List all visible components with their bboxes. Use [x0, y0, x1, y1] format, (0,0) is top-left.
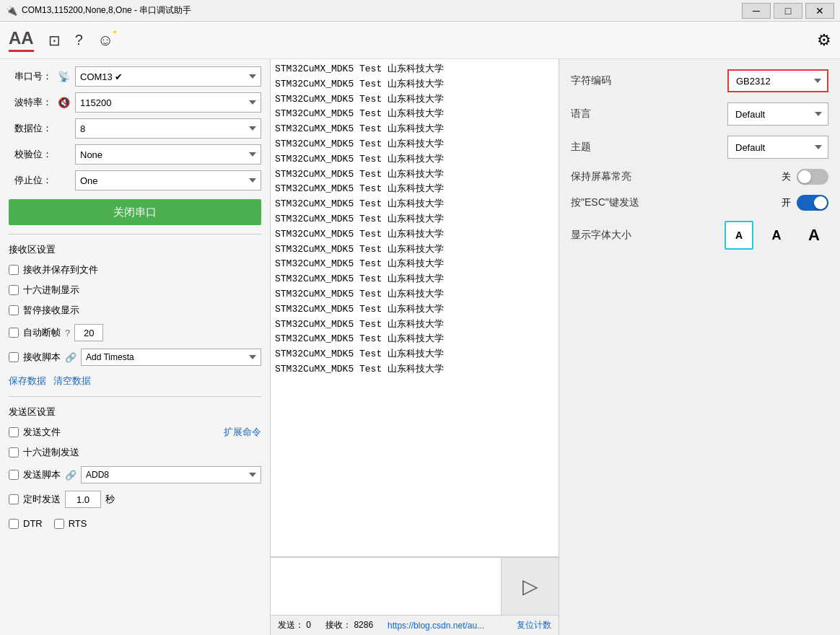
baudrate-select[interactable]: 115200 — [75, 92, 261, 113]
close-port-button[interactable]: 关闭串口 — [9, 199, 261, 225]
receive-script-select[interactable]: Add Timesta — [81, 349, 261, 366]
char-encoding-row: 字符编码 GB2312 UTF-8 — [571, 69, 828, 92]
timed-send-value-input[interactable] — [65, 491, 101, 508]
receive-line: STM32CuMX_MDK5 Test 山东科技大学 — [275, 212, 554, 227]
baudrate-icon: 🔇 — [56, 95, 71, 110]
receive-line: STM32CuMX_MDK5 Test 山东科技大学 — [275, 167, 554, 183]
receive-line: STM32CuMX_MDK5 Test 山东科技大学 — [275, 227, 554, 242]
receive-line: STM32CuMX_MDK5 Test 山东科技大学 — [275, 302, 554, 318]
receive-line: STM32CuMX_MDK5 Test 山东科技大学 — [275, 242, 554, 258]
rts-checkbox[interactable] — [54, 519, 64, 529]
center-area: STM32CuMX_MDK5 Test 山东科技大学STM32CuMX_MDK5… — [271, 59, 559, 635]
timed-send-unit: 秒 — [105, 493, 115, 506]
receive-line: STM32CuMX_MDK5 Test 山东科技大学 — [275, 257, 554, 272]
dtr-checkbox[interactable] — [9, 519, 19, 529]
keep-screen-toggle[interactable] — [797, 169, 828, 185]
hex-send-checkbox[interactable] — [9, 447, 19, 457]
auto-frame-label: 自动断帧 — [23, 326, 61, 339]
theme-select[interactable]: Default — [727, 136, 828, 159]
extend-cmd-link[interactable]: 扩展命令 — [224, 426, 261, 439]
timed-send-row: 定时发送 秒 — [9, 489, 261, 509]
rts-row: RTS — [54, 517, 87, 530]
save-data-link[interactable]: 保存数据 — [9, 375, 46, 387]
language-label: 语言 — [571, 108, 636, 121]
receive-line: STM32CuMX_MDK5 Test 山东科技大学 — [275, 362, 554, 377]
receive-line: STM32CuMX_MDK5 Test 山东科技大学 — [275, 92, 554, 108]
receive-script-label: 接收脚本 — [23, 351, 61, 364]
receive-line: STM32CuMX_MDK5 Test 山东科技大学 — [275, 152, 554, 167]
receive-line: STM32CuMX_MDK5 Test 山东科技大学 — [275, 318, 554, 333]
hex-display-checkbox[interactable] — [9, 285, 19, 295]
font-size-medium-button[interactable]: A — [762, 221, 791, 250]
receive-line: STM32CuMX_MDK5 Test 山东科技大学 — [275, 122, 554, 137]
port-icon: 📡 — [56, 69, 71, 84]
receive-line: STM32CuMX_MDK5 Test 山东科技大学 — [275, 287, 554, 302]
port-select-wrapper: COM13 ✔ — [75, 66, 261, 87]
send-input[interactable] — [271, 558, 501, 615]
main-layout: 串口号： 📡 COM13 ✔ 波特率： 🔇 115200 数据位： 8 — [0, 59, 840, 635]
maximize-button[interactable]: □ — [774, 3, 802, 19]
settings-toolbar-icon[interactable]: ⚙ — [817, 31, 831, 50]
send-file-label: 发送文件 — [23, 426, 61, 439]
keep-screen-toggle-thumb — [798, 170, 811, 183]
stopbits-select[interactable]: One — [75, 170, 261, 190]
close-button[interactable]: ✕ — [805, 3, 834, 19]
parity-icon — [56, 147, 71, 162]
rts-label: RTS — [69, 518, 87, 529]
font-size-toolbar-icon[interactable]: AA — [9, 28, 34, 52]
language-row: 语言 Default — [571, 102, 828, 126]
send-script-checkbox[interactable] — [9, 470, 19, 480]
timed-send-checkbox[interactable] — [9, 494, 19, 504]
receive-line: STM32CuMX_MDK5 Test 山东科技大学 — [275, 347, 554, 362]
website-link[interactable]: https://blog.csdn.net/au... — [388, 621, 484, 631]
esc-key-toggle-thumb — [814, 196, 827, 209]
right-area: STM32CuMX_MDK5 Test 山东科技大学STM32CuMX_MDK5… — [271, 59, 840, 635]
send-script-label: 发送脚本 — [23, 468, 61, 481]
send-script-select[interactable]: ADD8 — [81, 466, 261, 483]
receive-script-row: 接收脚本 🔗 Add Timesta — [9, 347, 261, 367]
receive-area: STM32CuMX_MDK5 Test 山东科技大学STM32CuMX_MDK5… — [271, 59, 559, 557]
receive-script-icon: 🔗 — [65, 352, 76, 363]
font-size-large-button[interactable]: A — [800, 221, 828, 250]
toolbar: AA ⊡ ? ☺ ⚙ — [0, 22, 840, 59]
send-button[interactable]: ▷ — [501, 558, 559, 615]
stopbits-icon — [56, 173, 71, 188]
clear-data-link[interactable]: 清空数据 — [53, 375, 91, 387]
port-select[interactable]: COM13 ✔ — [75, 66, 261, 87]
keep-screen-row: 保持屏幕常亮 关 — [571, 169, 828, 185]
crop-toolbar-icon[interactable]: ⊡ — [48, 32, 61, 49]
receive-settings-title: 接收区设置 — [9, 243, 261, 256]
receive-count-label: 接收： 8286 — [325, 619, 373, 631]
pause-display-checkbox[interactable] — [9, 305, 19, 315]
port-row: 串口号： 📡 COM13 ✔ — [9, 66, 261, 87]
databits-select[interactable]: 8 — [75, 118, 261, 139]
status-bar: 发送： 0 接收： 8286 https://blog.csdn.net/au.… — [271, 615, 559, 635]
language-select[interactable]: Default — [727, 102, 828, 126]
save-to-file-checkbox[interactable] — [9, 265, 19, 275]
reset-count-link[interactable]: 复位计数 — [517, 619, 551, 631]
parity-select[interactable]: None — [75, 144, 261, 165]
auto-frame-help-icon[interactable]: ? — [65, 328, 70, 338]
hex-display-row: 十六进制显示 — [9, 282, 261, 298]
smile-toolbar-icon[interactable]: ☺ — [97, 31, 113, 50]
minimize-button[interactable]: ─ — [742, 3, 771, 19]
help-toolbar-icon[interactable]: ? — [75, 32, 83, 48]
char-encoding-label: 字符编码 — [571, 74, 636, 87]
receive-line: STM32CuMX_MDK5 Test 山东科技大学 — [275, 77, 554, 92]
port-label: 串口号： — [9, 70, 52, 83]
hex-display-label: 十六进制显示 — [23, 284, 79, 297]
data-links-row: 保存数据 清空数据 — [9, 375, 261, 387]
font-size-row: 显示字体大小 A A A — [571, 221, 828, 250]
font-size-small-button[interactable]: A — [725, 221, 753, 250]
databits-row: 数据位： 8 — [9, 118, 261, 139]
send-arrow-icon: ▷ — [522, 574, 538, 598]
auto-frame-checkbox[interactable] — [9, 328, 19, 338]
receive-script-checkbox[interactable] — [9, 352, 19, 362]
esc-key-toggle[interactable] — [797, 195, 828, 211]
send-file-checkbox[interactable] — [9, 427, 19, 437]
receive-line: STM32CuMX_MDK5 Test 山东科技大学 — [275, 182, 554, 197]
char-encoding-select[interactable]: GB2312 UTF-8 — [727, 69, 828, 92]
auto-frame-value-input[interactable] — [74, 324, 103, 341]
esc-key-row: 按"ESC"键发送 开 — [571, 195, 828, 211]
parity-label: 校验位： — [9, 148, 52, 161]
